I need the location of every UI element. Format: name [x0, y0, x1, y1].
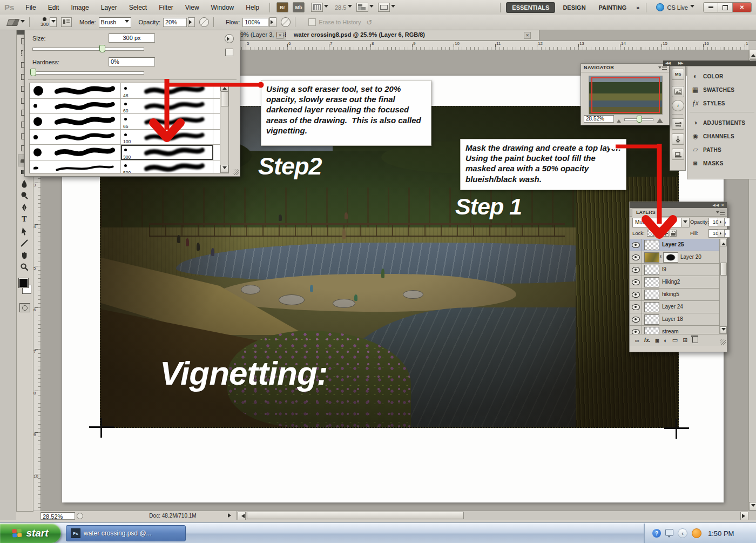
- chevron-down-icon[interactable]: [369, 5, 374, 10]
- taskbar-item-photoshop[interactable]: Ps water crossing.psd @...: [66, 525, 186, 541]
- tool-zoom-icon[interactable]: [18, 262, 31, 272]
- lock-move-icon[interactable]: [662, 230, 669, 237]
- tablet-opacity-icon[interactable]: [199, 17, 209, 27]
- image-panel-icon[interactable]: [672, 86, 684, 97]
- opacity-field[interactable]: 20%: [163, 18, 187, 27]
- horizontal-scrollbar[interactable]: [237, 511, 749, 520]
- workspace-more-button[interactable]: »: [636, 4, 638, 11]
- chevron-down-icon[interactable]: [21, 20, 25, 25]
- brush-preset-soft-selected[interactable]: 300: [121, 145, 213, 160]
- zoom-level-dropdown[interactable]: 28.5: [335, 4, 346, 11]
- chevron-down-icon[interactable]: [348, 5, 352, 10]
- layer-row[interactable]: Layer 18: [630, 313, 719, 326]
- visibility-eye-icon[interactable]: [632, 279, 640, 285]
- restore-button[interactable]: [718, 3, 733, 12]
- workspace-essentials[interactable]: ESSENTIALS: [506, 2, 555, 13]
- brush-preset-soft[interactable]: 48: [121, 83, 213, 98]
- tool-pathselect-icon[interactable]: [18, 226, 31, 237]
- animation-panel-icon[interactable]: [672, 149, 684, 160]
- brush-size-field[interactable]: 300 px: [109, 33, 155, 43]
- brush-preset-soft[interactable]: 500: [121, 160, 213, 173]
- quick-mask-button[interactable]: [19, 303, 30, 312]
- brush-preset-hard[interactable]: [30, 145, 121, 160]
- panel-resize-grip[interactable]: [720, 339, 726, 345]
- layer-row[interactable]: l9: [630, 264, 719, 276]
- menu-item-filter[interactable]: Filter: [153, 4, 179, 11]
- adjustment-layer-icon[interactable]: ◐: [664, 337, 667, 344]
- menu-item-view[interactable]: View: [179, 4, 205, 11]
- clone-source-panel-icon[interactable]: [672, 133, 684, 145]
- layer-thumbnail[interactable]: [644, 240, 659, 250]
- brush-preset-hard[interactable]: [30, 99, 121, 114]
- help-tray-icon[interactable]: ?: [652, 529, 661, 538]
- cs-live-button[interactable]: CS Live: [656, 3, 694, 11]
- navigator-slider-thumb[interactable]: [637, 116, 642, 123]
- layer-thumbnail[interactable]: [644, 265, 659, 275]
- tool-blur-icon[interactable]: [18, 178, 31, 189]
- tab-close-icon[interactable]: ✕: [524, 32, 531, 39]
- opacity-slider-button[interactable]: [188, 17, 195, 27]
- layer-thumbnail[interactable]: [644, 252, 659, 263]
- panel-tab-channels[interactable]: ◉ CHANNELS: [691, 131, 754, 142]
- menu-item-edit[interactable]: Edit: [42, 4, 65, 11]
- brush-preset-hard[interactable]: [30, 114, 121, 129]
- layer-thumbnail[interactable]: [644, 290, 659, 300]
- panel-tab-color[interactable]: ◐ COLOR: [691, 71, 754, 82]
- visibility-eye-icon[interactable]: [632, 292, 640, 298]
- opacity-slider-button[interactable]: [718, 218, 725, 226]
- start-button[interactable]: start: [0, 524, 61, 543]
- layer-row[interactable]: hiking5: [630, 289, 719, 301]
- mini-bridge-icon[interactable]: Mb: [293, 2, 305, 12]
- menu-item-help[interactable]: Help: [240, 4, 265, 11]
- menu-item-file[interactable]: File: [19, 4, 42, 11]
- chevron-down-icon[interactable]: [324, 5, 328, 10]
- status-popup-icon[interactable]: [228, 513, 233, 518]
- brush-preset-soft[interactable]: 65: [121, 114, 213, 129]
- new-group-icon[interactable]: ▭: [672, 337, 678, 344]
- panel-tab-masks[interactable]: ◙ MASKS: [691, 158, 754, 169]
- panel-tab-paths[interactable]: ▱ PATHS: [691, 144, 754, 155]
- collapse-icon[interactable]: ◀◀: [712, 203, 719, 207]
- hardness-field[interactable]: 0%: [109, 57, 155, 66]
- collapse-icon[interactable]: ◀◀: [665, 61, 670, 65]
- navigator-view-box[interactable]: [591, 77, 660, 113]
- layer-list-scrollbar[interactable]: [719, 239, 727, 334]
- lock-all-icon[interactable]: [670, 230, 677, 237]
- layer-thumbnail[interactable]: [644, 314, 659, 325]
- size-slider-thumb[interactable]: [99, 45, 105, 52]
- hidden-icons-chevron[interactable]: ‹: [678, 528, 687, 538]
- flow-slider-button[interactable]: [269, 17, 276, 27]
- panel-title-bar[interactable]: ◀◀ ✕: [630, 202, 727, 208]
- blend-mode-select[interactable]: Multiply: [632, 218, 690, 227]
- arrange-documents-icon[interactable]: [356, 3, 368, 12]
- panel-resize-grip[interactable]: [233, 169, 239, 175]
- dock-collapse-bar[interactable]: ◀◀ ▶▶: [663, 61, 756, 66]
- navigator-tab[interactable]: NAVIGATOR: [581, 64, 669, 72]
- visibility-eye-icon[interactable]: [632, 304, 640, 310]
- minimize-button[interactable]: [704, 3, 718, 12]
- toggle-brush-panel-button[interactable]: [61, 17, 72, 27]
- workspace-design[interactable]: DESIGN: [557, 3, 591, 12]
- add-mask-icon[interactable]: ◙: [656, 337, 659, 344]
- scroll-down-icon[interactable]: [749, 502, 756, 511]
- scroll-left-icon[interactable]: [238, 512, 246, 520]
- scroll-up-icon[interactable]: [749, 50, 756, 58]
- brush-preset-hard[interactable]: [30, 160, 121, 173]
- visibility-eye-icon[interactable]: [632, 317, 640, 323]
- chevron-down-icon[interactable]: [391, 5, 395, 10]
- visibility-eye-icon[interactable]: [632, 242, 640, 248]
- tool-pen-icon[interactable]: [18, 202, 31, 213]
- status-zoom-field[interactable]: 28.52%: [40, 512, 75, 520]
- lock-paint-icon[interactable]: [654, 230, 662, 237]
- visibility-eye-icon[interactable]: [632, 254, 640, 260]
- app-tray-icon[interactable]: [692, 528, 701, 538]
- info-panel-icon[interactable]: i: [672, 100, 684, 111]
- layer-thumbnail[interactable]: [644, 277, 659, 287]
- flow-field[interactable]: 100%: [242, 18, 268, 27]
- panel-menu-icon[interactable]: [658, 65, 667, 70]
- view-extras-icon[interactable]: [311, 3, 323, 12]
- brush-preset-preview[interactable]: 300: [40, 17, 49, 27]
- panel-tab-adjustments[interactable]: ◑ ADJUSTMENTS: [691, 117, 754, 128]
- brush-preset-hard[interactable]: [30, 83, 121, 98]
- layer-row[interactable]: Hiking2: [630, 276, 719, 289]
